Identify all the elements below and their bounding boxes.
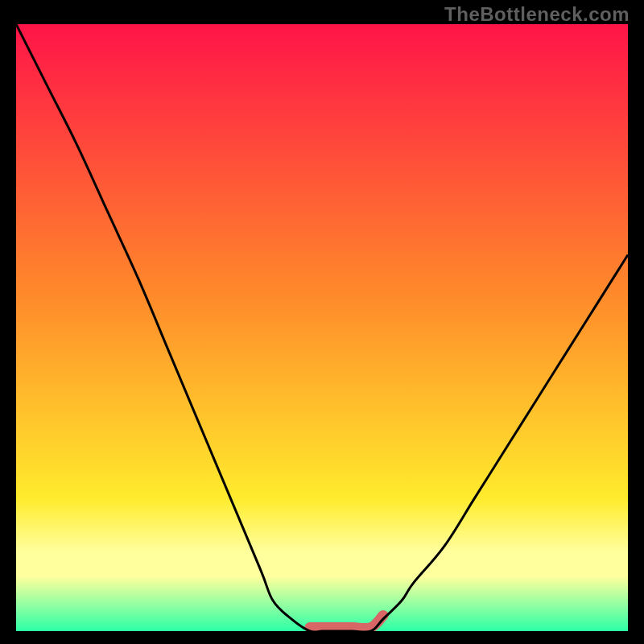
chart-container: TheBottleneck.com [0, 0, 644, 644]
plot-svg [16, 24, 628, 631]
watermark-label: TheBottleneck.com [444, 3, 630, 26]
gradient-fill [16, 24, 628, 631]
plot-area [16, 24, 628, 631]
